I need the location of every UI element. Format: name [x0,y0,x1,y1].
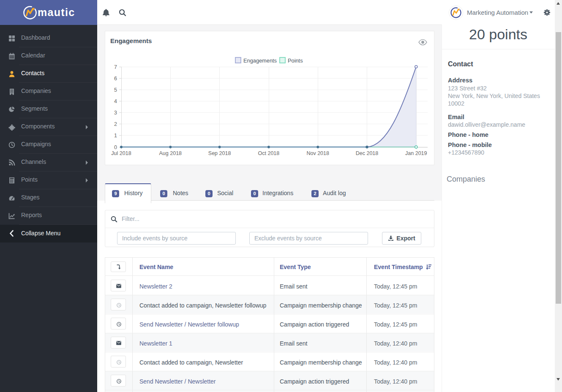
svg-text:Jul 2018: Jul 2018 [111,150,131,156]
svg-text:Oct 2018: Oct 2018 [258,150,280,156]
svg-text:Sep 2018: Sep 2018 [208,150,231,156]
svg-text:6: 6 [114,76,117,82]
svg-text:3: 3 [114,110,117,116]
svg-text:2: 2 [114,121,117,127]
svg-text:Jan 2019: Jan 2019 [405,150,427,156]
svg-text:5: 5 [114,87,117,93]
svg-text:1: 1 [114,133,117,139]
svg-text:7: 7 [114,64,117,70]
svg-text:4: 4 [114,98,117,104]
svg-text:Aug 2018: Aug 2018 [159,150,182,156]
svg-text:Dec 2018: Dec 2018 [356,150,379,156]
svg-text:Nov 2018: Nov 2018 [306,150,329,156]
svg-text:0: 0 [114,144,117,150]
